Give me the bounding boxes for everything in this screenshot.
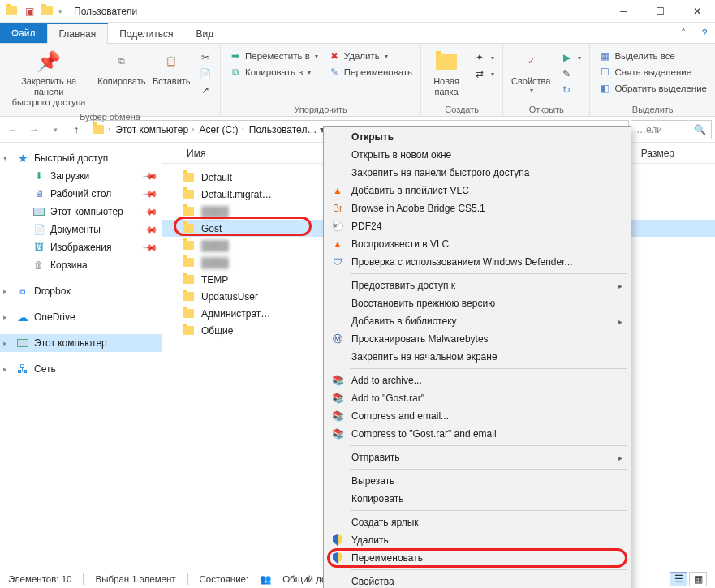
ctx-malware[interactable]: ⓂПросканировать Malwarebytes	[325, 330, 629, 348]
nav-onedrive[interactable]: ▸☁OneDrive	[0, 308, 162, 326]
recent-button[interactable]: ▾	[45, 120, 65, 139]
folder-icon	[5, 5, 18, 18]
pc-icon	[16, 337, 29, 350]
up-button[interactable]: ↑	[67, 120, 86, 139]
help-icon[interactable]: ?	[694, 23, 715, 43]
select-all-button[interactable]: ▦Выделить все	[595, 49, 710, 63]
move-to-button[interactable]: ➡Переместить в▾	[226, 49, 321, 63]
ctx-properties[interactable]: Свойства	[325, 573, 629, 588]
ctx-shortcut[interactable]: Создать ярлык	[325, 513, 629, 531]
ctx-pin-start[interactable]: Закрепить на начальном экране	[325, 348, 629, 366]
view-icons-button[interactable]: ▦	[689, 572, 707, 586]
edit-small-button[interactable]: ✎	[557, 67, 584, 81]
navigation-pane: ▾★Быстрый доступ ⬇Загрузки📌 🖥Рабочий сто…	[0, 143, 162, 569]
nav-recycle[interactable]: 🗑Корзина	[0, 256, 162, 274]
vlc-icon: ▲	[330, 183, 345, 198]
ctx-pin-quick[interactable]: Закрепить на панели быстрого доступа	[325, 164, 629, 182]
column-size[interactable]: Размер	[641, 148, 707, 159]
properties-button[interactable]: ✓Свойства▾	[508, 47, 553, 97]
ctx-bridge[interactable]: BrBrowse in Adobe Bridge CS5.1	[325, 200, 629, 217]
folder-icon	[182, 273, 195, 286]
ribbon-group-organize: ➡Переместить в▾ ⧉Копировать в▾ ✖Удалить▾…	[221, 44, 421, 116]
minimize-ribbon-icon[interactable]: ˄	[673, 23, 694, 43]
open-small-button[interactable]: ▶▾	[557, 50, 584, 65]
ctx-share[interactable]: Предоставить доступ к▸	[325, 277, 629, 294]
back-button[interactable]: ←	[3, 120, 23, 139]
nav-quick-access[interactable]: ▾★Быстрый доступ	[0, 149, 162, 167]
winrar-icon: 📚	[330, 391, 345, 406]
winrar-icon: 📚	[330, 373, 345, 388]
ctx-rar-gost-mail[interactable]: 📚Compress to "Gost.rar" and email	[325, 425, 629, 443]
open-icon: ▶	[560, 51, 573, 64]
nav-thispc[interactable]: ▸Этот компьютер	[0, 334, 162, 352]
select-none-button[interactable]: ☐Снять выделение	[595, 65, 710, 79]
defender-icon: 🛡	[330, 255, 345, 269]
ctx-restore[interactable]: Восстановить прежнюю версию	[325, 294, 629, 312]
crumb-root[interactable]: ›	[106, 125, 112, 134]
nav-documents[interactable]: 📄Документы📌	[0, 221, 162, 238]
crumb-drive[interactable]: Acer (C:)›	[197, 124, 245, 135]
nav-desktop[interactable]: 🖥Рабочий стол📌	[0, 185, 162, 203]
ctx-copy[interactable]: Копировать	[325, 490, 629, 508]
copypath-small-button[interactable]: 📄	[196, 67, 215, 81]
winrar-icon: 📚	[330, 427, 345, 441]
ctx-vlc-play[interactable]: ▲Воспроизвести в VLC	[325, 235, 629, 253]
ctx-open[interactable]: Открыть	[325, 128, 629, 146]
column-name[interactable]: Имя	[187, 148, 238, 159]
folder-icon	[182, 324, 195, 337]
minimize-button[interactable]: ─	[605, 0, 642, 23]
cloud-icon: ☁	[16, 311, 29, 324]
star-icon: ★	[16, 152, 29, 165]
nav-thispc-quick[interactable]: Этот компьютер📌	[0, 203, 162, 221]
new-folder-button[interactable]: Новая папка	[426, 47, 467, 99]
history-small-button[interactable]: ↻	[557, 83, 584, 97]
new-item-button[interactable]: ✦▾	[470, 50, 497, 65]
tab-share[interactable]: Поделиться	[108, 23, 184, 43]
select-invert-button[interactable]: ◧Обратить выделение	[595, 81, 710, 96]
pdf24-icon: 🐑	[330, 219, 345, 234]
tab-file[interactable]: Файл	[0, 23, 47, 43]
close-button[interactable]: ✕	[678, 0, 715, 23]
maximize-button[interactable]: ☐	[642, 0, 678, 23]
dropbox-icon: ⧈	[16, 285, 29, 298]
ctx-library[interactable]: Добавить в библиотеку▸	[325, 312, 629, 330]
delete-icon: ✖	[328, 49, 341, 62]
delete-button[interactable]: ✖Удалить▾	[325, 49, 416, 63]
paste-button[interactable]: 📋Вставить	[151, 47, 193, 88]
ctx-rar-mail[interactable]: 📚Compress and email...	[325, 407, 629, 425]
ctx-delete[interactable]: Удалить	[325, 531, 629, 549]
crumb-thispc[interactable]: Этот компьютер›	[114, 124, 196, 135]
tab-home[interactable]: Главная	[47, 23, 109, 44]
pasteshortcut-small-button[interactable]: ↗	[196, 83, 215, 97]
search-input[interactable]: …ели 🔍	[631, 120, 712, 139]
nav-network[interactable]: ▸🖧Сеть	[0, 360, 162, 378]
copy-to-button[interactable]: ⧉Копировать в▾	[226, 65, 321, 79]
folder-icon	[182, 239, 195, 252]
crumb-users[interactable]: Пользовател…	[248, 124, 319, 135]
ctx-rar-gost[interactable]: 📚Add to "Gost.rar"	[325, 389, 629, 407]
nav-dropbox[interactable]: ▸⧈Dropbox	[0, 282, 162, 300]
ctx-cut[interactable]: Вырезать	[325, 472, 629, 490]
rename-button[interactable]: ✎Переименовать	[325, 65, 416, 79]
qat-dropdown-icon[interactable]: ▾	[58, 7, 62, 15]
ctx-send[interactable]: Отправить▸	[325, 449, 629, 466]
cut-small-button[interactable]: ✂	[196, 50, 215, 65]
easy-access-button[interactable]: ⇄▾	[470, 67, 497, 81]
qat-newfolder-icon[interactable]	[41, 5, 54, 18]
qat-properties-icon[interactable]: ▣	[23, 5, 36, 18]
ctx-vlc-add[interactable]: ▲Добавить в плейлист VLC	[325, 182, 629, 200]
tab-view[interactable]: Вид	[184, 23, 225, 43]
ctx-open-new[interactable]: Открыть в новом окне	[325, 146, 629, 164]
copy-button[interactable]: ⧉Копировать	[96, 47, 147, 88]
forward-button[interactable]: →	[24, 120, 44, 139]
ctx-rename[interactable]: Переименовать	[325, 549, 629, 567]
view-details-button[interactable]: ☰	[670, 572, 687, 586]
selectall-icon: ▦	[598, 49, 611, 62]
ctx-defender[interactable]: 🛡Проверка с использованием Windows Defen…	[325, 253, 629, 271]
nav-downloads[interactable]: ⬇Загрузки📌	[0, 167, 162, 185]
ctx-rar-add[interactable]: 📚Add to archive...	[325, 371, 629, 389]
ctx-pdf24[interactable]: 🐑PDF24	[325, 217, 629, 235]
desktop-icon: 🖥	[32, 187, 45, 200]
nav-pictures[interactable]: 🖼Изображения📌	[0, 238, 162, 256]
pin-quick-button[interactable]: 📌Закрепить на панели быстрого доступа	[5, 47, 93, 110]
